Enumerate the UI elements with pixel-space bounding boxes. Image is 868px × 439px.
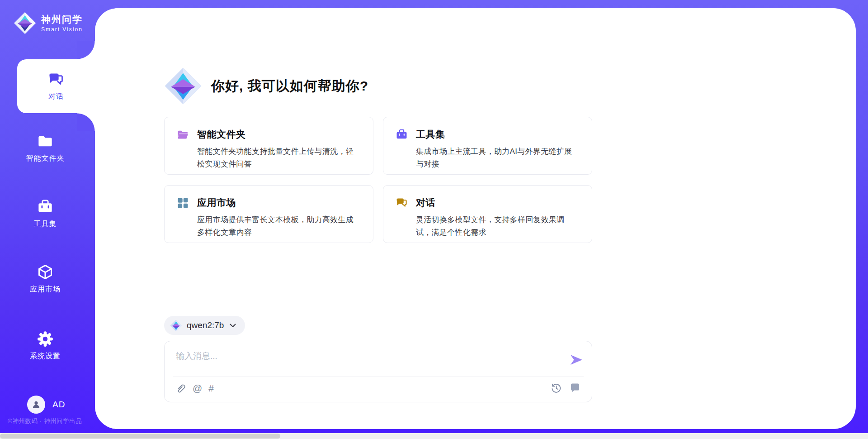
- hashtag-icon[interactable]: #: [208, 383, 214, 394]
- assistant-logo-icon: [164, 67, 202, 105]
- feature-cards: 智能文件夹 智能文件夹功能支持批量文件上传与清洗，轻松实现文件问答 工具集 集成…: [164, 117, 592, 243]
- composer-divider: [173, 377, 584, 377]
- chat-icon: [396, 197, 408, 209]
- sidebar-item-label: 系统设置: [30, 352, 61, 361]
- card-title: 应用市场: [197, 196, 236, 209]
- horizontal-scrollbar: [0, 433, 868, 439]
- chat-icon: [48, 72, 64, 88]
- sidebar-item-app-market[interactable]: 应用市场: [0, 264, 90, 294]
- brand-name: 神州问学: [41, 14, 83, 25]
- tab-fillet-bottom: [77, 113, 95, 131]
- folder-icon: [37, 133, 53, 149]
- sidebar-item-label: 应用市场: [30, 285, 61, 294]
- scrollbar-thumb[interactable]: [0, 434, 280, 439]
- avatar: [27, 396, 45, 414]
- sidebar-item-settings[interactable]: 系统设置: [0, 331, 90, 361]
- model-logo-icon: [170, 320, 182, 332]
- card-chat[interactable]: 对话 灵活切换多模型文件，支持多样回复效果调试，满足个性化需求: [383, 185, 592, 243]
- composer: @ #: [164, 341, 592, 402]
- message-input[interactable]: [176, 350, 565, 374]
- model-name: qwen2:7b: [187, 320, 224, 330]
- card-description: 应用市场提供丰富长文本模板，助力高效生成多样化文章内容: [197, 214, 360, 239]
- tab-fillet-top: [77, 41, 95, 59]
- chat-bubble-icon[interactable]: [569, 382, 581, 394]
- mention-icon[interactable]: @: [193, 383, 202, 394]
- content-area: 你好, 我可以如何帮助你? 智能文件夹 智能文件夹功能支持批量文件上传与清洗，轻…: [164, 0, 592, 421]
- person-icon: [31, 399, 42, 410]
- model-selector[interactable]: qwen2:7b: [164, 316, 245, 335]
- brand-logo-icon: [14, 12, 36, 34]
- brand: 神州问学 Smart Vision: [14, 12, 83, 34]
- card-description: 智能文件夹功能支持批量文件上传与清洗，轻松实现文件问答: [197, 145, 360, 170]
- sidebar-item-label: 对话: [48, 92, 64, 101]
- toolbox-icon: [396, 129, 408, 141]
- sidebar-item-smart-folder[interactable]: 智能文件夹: [0, 133, 90, 163]
- cube-icon: [37, 264, 53, 280]
- brand-subtitle: Smart Vision: [41, 26, 83, 33]
- copyright: ©神州数码 · 神州问学出品: [8, 417, 82, 425]
- sidebar-item-chat[interactable]: 对话: [17, 59, 95, 113]
- greeting: 你好, 我可以如何帮助你?: [164, 67, 368, 105]
- toolbox-icon: [37, 199, 53, 215]
- user-profile[interactable]: AD: [27, 396, 65, 414]
- sidebar-item-toolset[interactable]: 工具集: [0, 199, 90, 229]
- sidebar-item-label: 智能文件夹: [26, 154, 65, 163]
- chevron-down-icon: [230, 324, 236, 328]
- gear-icon: [37, 331, 53, 347]
- card-title: 对话: [416, 196, 435, 209]
- composer-tools: @ #: [175, 383, 214, 394]
- folder-open-icon: [177, 129, 189, 141]
- history-icon[interactable]: [550, 382, 562, 394]
- composer-right-tools: [550, 382, 581, 394]
- card-app-market[interactable]: 应用市场 应用市场提供丰富长文本模板，助力高效生成多样化文章内容: [164, 185, 373, 243]
- send-icon[interactable]: [569, 353, 584, 367]
- greeting-title: 你好, 我可以如何帮助你?: [211, 77, 368, 95]
- apps-grid-icon: [177, 197, 189, 209]
- card-title: 智能文件夹: [197, 128, 246, 141]
- card-description: 集成市场上主流工具，助力AI与外界无缝扩展与对接: [416, 145, 579, 170]
- sidebar-item-label: 工具集: [34, 220, 57, 229]
- card-description: 灵活切换多模型文件，支持多样回复效果调试，满足个性化需求: [416, 214, 579, 239]
- card-smart-folder[interactable]: 智能文件夹 智能文件夹功能支持批量文件上传与清洗，轻松实现文件问答: [164, 117, 373, 175]
- attachment-icon[interactable]: [175, 383, 186, 394]
- user-name: AD: [52, 400, 65, 410]
- card-toolset[interactable]: 工具集 集成市场上主流工具，助力AI与外界无缝扩展与对接: [383, 117, 592, 175]
- card-title: 工具集: [416, 128, 445, 141]
